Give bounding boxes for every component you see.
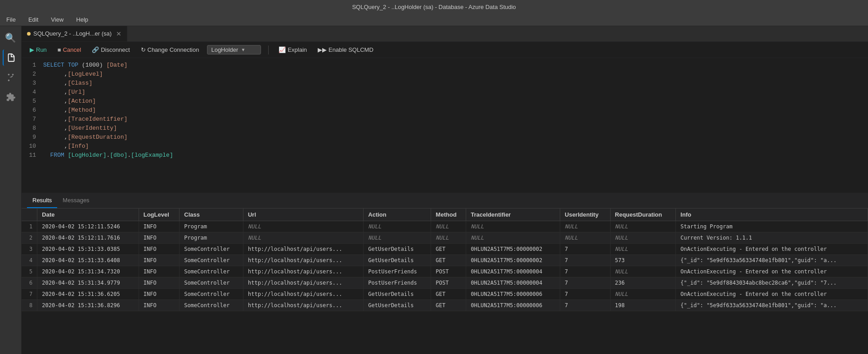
cell-user: 7 [560, 289, 611, 300]
connection-dropdown[interactable]: LogHolder ▼ [207, 45, 261, 54]
change-connection-button[interactable]: ↻ Change Connection [138, 45, 202, 54]
code-line-6: 6 ,[Method] [22, 107, 868, 116]
col-info[interactable]: Info [676, 209, 868, 221]
explain-button[interactable]: 📈 Explain [276, 45, 310, 54]
table-header-row: Date LogLevel Class Url Action Method Tr… [22, 209, 868, 221]
cell-method: NULL [431, 221, 466, 232]
col-url[interactable]: Url [243, 209, 363, 221]
cell-duration: NULL [610, 244, 676, 255]
menubar: File Edit View Help [0, 14, 868, 26]
cell-action: PostUserFriends [364, 266, 431, 277]
enable-sqlcmd-button[interactable]: ▶▶ Enable SQLCMD [315, 45, 376, 54]
cell-duration: NULL [610, 266, 676, 277]
cell-url: http://localhost/api/users... [243, 277, 363, 289]
cell-action: GetUserDetails [364, 244, 431, 255]
cell-loglevel: INFO [139, 300, 180, 311]
files-icon[interactable] [3, 50, 19, 66]
table-body: 1 2020-04-02 15:12:11.5246 INFO Program … [22, 221, 868, 311]
extensions-icon[interactable] [3, 89, 19, 105]
cell-url: http://localhost/api/users... [243, 300, 363, 311]
menu-help[interactable]: Help [73, 15, 91, 24]
menu-view[interactable]: View [48, 15, 66, 24]
code-line-2: 2 ,[LogLevel] [22, 71, 868, 80]
results-tab-label: Results [32, 197, 52, 204]
cell-action: NULL [364, 232, 431, 244]
code-line-9: 9 ,[RequestDuration] [22, 134, 868, 143]
col-method[interactable]: Method [431, 209, 466, 221]
cell-info: Starting Program [676, 221, 868, 232]
tab-dot [27, 32, 31, 36]
source-control-icon[interactable] [3, 69, 19, 86]
cell-loglevel: INFO [139, 277, 180, 289]
run-label: Run [36, 46, 47, 53]
cell-trace: 0HLUN2A51T7M5:00000006 [466, 289, 560, 300]
cell-rownum: 4 [22, 255, 37, 266]
col-class[interactable]: Class [180, 209, 243, 221]
run-button[interactable]: ▶ Run [27, 45, 49, 54]
data-table-container[interactable]: Date LogLevel Class Url Action Method Tr… [22, 209, 868, 354]
tab-close-button[interactable]: ✕ [116, 30, 121, 37]
table-row[interactable]: 8 2020-04-02 15:31:36.8296 INFO SomeCont… [22, 300, 868, 311]
table-row[interactable]: 4 2020-04-02 15:31:33.6408 INFO SomeCont… [22, 255, 868, 266]
table-row[interactable]: 1 2020-04-02 15:12:11.5246 INFO Program … [22, 221, 868, 232]
cell-method: POST [431, 266, 466, 277]
activity-bar: 🔍 [0, 26, 22, 354]
results-area: Results Messages Date LogLevel Class Url [22, 193, 868, 354]
cell-url: http://localhost/api/users... [243, 266, 363, 277]
table-row[interactable]: 7 2020-04-02 15:31:36.6205 INFO SomeCont… [22, 289, 868, 300]
main-layout: 🔍 SQLQuery_2 - ..LogH...er (sa) ✕ ▶ Run [0, 26, 868, 354]
cell-info: {"_id": "5e9df633a56334748e1fb801","guid… [676, 300, 868, 311]
messages-tab[interactable]: Messages [57, 193, 94, 208]
cell-class: Program [180, 232, 243, 244]
table-row[interactable]: 6 2020-04-02 15:31:34.9779 INFO SomeCont… [22, 277, 868, 289]
col-date[interactable]: Date [37, 209, 139, 221]
connection-value: LogHolder [211, 46, 238, 53]
cell-url: http://localhost/api/users... [243, 244, 363, 255]
cell-rownum: 3 [22, 244, 37, 255]
table-row[interactable]: 2 2020-04-02 15:12:11.7616 INFO Program … [22, 232, 868, 244]
col-traceidentifier[interactable]: TraceIdentifier [466, 209, 560, 221]
change-connection-icon: ↻ [141, 46, 146, 53]
code-line-1: 1 SELECT TOP (1000) [Date] [22, 62, 868, 71]
editor-area[interactable]: 1 SELECT TOP (1000) [Date] 2 ,[LogLevel]… [22, 58, 868, 193]
col-requestduration[interactable]: RequestDuration [610, 209, 676, 221]
disconnect-button[interactable]: 🔗 Disconnect [89, 45, 132, 54]
editor-tab[interactable]: SQLQuery_2 - ..LogH...er (sa) ✕ [22, 26, 127, 41]
col-rownum [22, 209, 37, 221]
cell-rownum: 1 [22, 221, 37, 232]
cell-user: NULL [560, 232, 611, 244]
menu-file[interactable]: File [4, 15, 18, 24]
table-row[interactable]: 5 2020-04-02 15:31:34.7320 INFO SomeCont… [22, 266, 868, 277]
cell-trace: 0HLUN2A51T7M5:00000002 [466, 244, 560, 255]
cancel-label: Cancel [63, 46, 81, 53]
col-useridentity[interactable]: UserIdentity [560, 209, 611, 221]
sqlcmd-icon: ▶▶ [318, 46, 327, 53]
cell-info: OnActionExecuting - Entered on the contr… [676, 266, 868, 277]
code-line-7: 7 ,[TraceIdentifier] [22, 116, 868, 125]
toolbar-separator [268, 45, 269, 54]
results-tab[interactable]: Results [27, 193, 57, 208]
cell-duration: 198 [610, 300, 676, 311]
code-line-3: 3 ,[Class] [22, 80, 868, 89]
titlebar-text: SQLQuery_2 - ..LogHolder (sa) - Database… [352, 4, 516, 10]
cell-duration: NULL [610, 289, 676, 300]
cancel-icon: ■ [58, 46, 61, 53]
cancel-button[interactable]: ■ Cancel [55, 45, 84, 54]
col-action[interactable]: Action [364, 209, 431, 221]
disconnect-label: Disconnect [101, 46, 130, 53]
col-loglevel[interactable]: LogLevel [139, 209, 180, 221]
cell-loglevel: INFO [139, 221, 180, 232]
cell-loglevel: INFO [139, 244, 180, 255]
cell-class: SomeController [180, 266, 243, 277]
cell-trace: NULL [466, 221, 560, 232]
cell-url: http://localhost/api/users... [243, 255, 363, 266]
run-icon: ▶ [30, 46, 34, 53]
svg-point-0 [8, 74, 9, 76]
cell-action: GetUserDetails [364, 300, 431, 311]
menu-edit[interactable]: Edit [26, 15, 41, 24]
code-line-5: 5 ,[Action] [22, 98, 868, 107]
table-row[interactable]: 3 2020-04-02 15:31:33.0385 INFO SomeCont… [22, 244, 868, 255]
cell-action: GetUserDetails [364, 289, 431, 300]
search-icon[interactable]: 🔍 [3, 30, 19, 46]
cell-method: GET [431, 244, 466, 255]
